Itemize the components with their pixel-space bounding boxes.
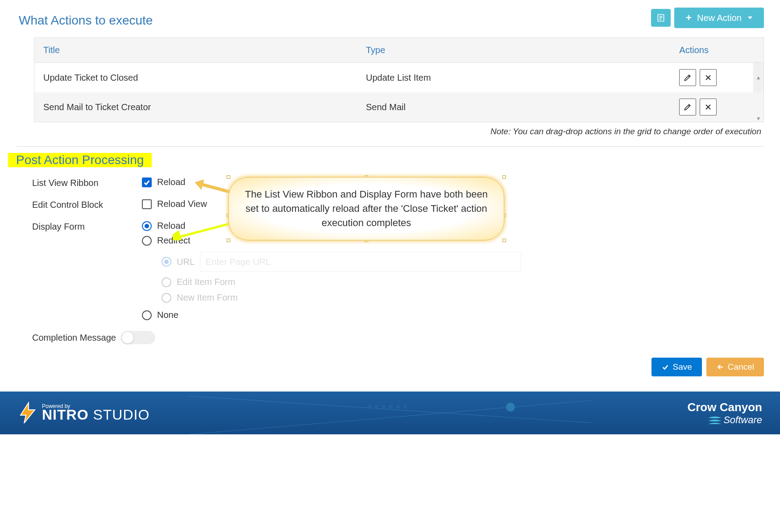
edit-row-button[interactable]: [679, 99, 696, 115]
cancel-button[interactable]: Cancel: [706, 358, 764, 376]
footer-decoration: [189, 392, 591, 434]
redirect-url-label: URL: [177, 257, 195, 267]
section-title-post-action: Post Action Processing: [8, 153, 152, 167]
redirect-new-item-radio: [162, 293, 171, 303]
scroll-down-icon[interactable]: ▼: [753, 115, 763, 122]
svg-rect-18: [375, 405, 378, 408]
display-form-label: Display Form: [32, 221, 142, 232]
edit-control-block-reload-label: Reload View: [157, 199, 207, 209]
redirect-new-item-label: New Item Form: [177, 293, 238, 303]
swoosh-icon: [708, 416, 722, 424]
svg-rect-22: [403, 405, 407, 408]
footer-bar: Powered by NITRO STUDIO Crow Canyon Soft…: [0, 392, 780, 434]
scroll-up-icon[interactable]: ▲: [753, 74, 763, 81]
row-title: Update Ticket to Closed: [34, 63, 357, 93]
plus-icon: +: [686, 12, 692, 24]
display-form-reload-radio[interactable]: [142, 221, 152, 231]
delete-row-button[interactable]: [700, 99, 717, 115]
actions-grid: Title Type Actions Update Ticket to Clos…: [34, 38, 763, 122]
new-action-button[interactable]: + New Action: [674, 8, 764, 28]
svg-line-4: [689, 76, 690, 77]
row-type: Update List Item: [357, 63, 670, 93]
col-scroll-gutter: [753, 38, 763, 63]
section-title-actions: What Actions to execute: [16, 0, 153, 36]
display-form-none-label: None: [157, 310, 178, 320]
close-icon: [704, 73, 713, 82]
actions-grid-wrap: Title Type Actions Update Ticket to Clos…: [34, 37, 764, 122]
section-divider: [16, 146, 764, 147]
completion-message-label: Completion Message: [32, 333, 116, 343]
save-button[interactable]: Save: [651, 358, 702, 376]
redirect-edit-item-label: Edit Item Form: [177, 277, 235, 287]
redirect-url-radio: [162, 257, 171, 267]
svg-point-16: [506, 403, 515, 412]
new-action-label: New Action: [697, 13, 742, 23]
svg-rect-21: [396, 405, 400, 408]
pencil-icon: [683, 103, 692, 111]
svg-line-14: [189, 396, 591, 423]
display-form-none-radio[interactable]: [142, 310, 152, 320]
redirect-edit-item-radio: [162, 277, 171, 287]
table-row[interactable]: Update Ticket to Closed Update List Item: [34, 63, 763, 93]
display-form-reload-label: Reload: [157, 221, 185, 231]
save-label: Save: [673, 362, 692, 372]
row-type: Send Mail: [357, 92, 670, 122]
row-title: Send Mail to Ticket Creator: [34, 92, 357, 122]
close-icon: [704, 103, 713, 111]
col-header-type[interactable]: Type: [357, 38, 670, 63]
list-view-ribbon-reload-checkbox[interactable]: [142, 177, 152, 187]
svg-rect-19: [382, 405, 386, 408]
edit-control-block-reload-checkbox[interactable]: [142, 199, 152, 209]
grid-note: Note: You can drag-drop actions in the g…: [16, 127, 761, 136]
pencil-icon: [683, 73, 692, 82]
display-form-redirect-label: Redirect: [157, 235, 190, 246]
svg-rect-17: [368, 405, 371, 408]
redirect-url-input: [200, 252, 521, 272]
document-list-icon: [656, 13, 665, 22]
cancel-label: Cancel: [728, 362, 754, 372]
table-row[interactable]: Send Mail to Ticket Creator Send Mail: [34, 92, 763, 122]
nitro-brand: NITRO STUDIO: [42, 407, 149, 423]
svg-rect-20: [389, 405, 393, 408]
display-form-redirect-radio[interactable]: [142, 236, 152, 246]
delete-row-button[interactable]: [700, 69, 717, 86]
caret-down-icon: [748, 16, 752, 19]
check-icon: [661, 363, 669, 371]
svg-marker-23: [21, 403, 35, 423]
edit-row-button[interactable]: [679, 69, 696, 86]
col-header-title[interactable]: Title: [34, 38, 357, 63]
list-view-ribbon-reload-label: Reload: [157, 177, 185, 187]
back-arrow-icon: [716, 363, 724, 371]
col-header-actions: Actions: [670, 38, 753, 63]
svg-line-7: [689, 105, 690, 107]
nitro-logo-icon: [18, 402, 37, 424]
list-view-ribbon-label: List View Ribbon: [32, 177, 142, 188]
list-icon-button[interactable]: [651, 9, 671, 27]
completion-message-toggle[interactable]: [120, 331, 155, 344]
crow-canyon-brand: Crow Canyon Software: [687, 400, 762, 426]
edit-control-block-label: Edit Control Block: [32, 199, 142, 210]
